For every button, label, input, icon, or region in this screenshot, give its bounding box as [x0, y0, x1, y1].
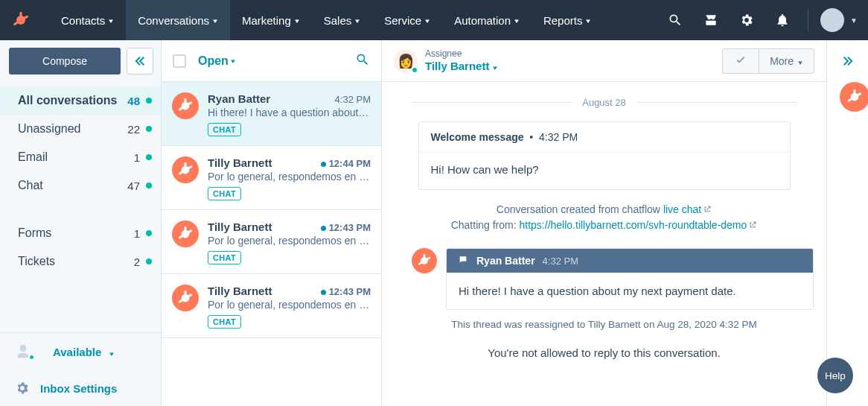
inbox-settings-link[interactable]: Inbox Settings	[0, 370, 161, 406]
expand-rail-button[interactable]	[835, 48, 861, 74]
nav-marketing[interactable]: Marketing	[230, 0, 312, 40]
unread-dot-icon	[146, 230, 152, 236]
chevron-down-icon	[108, 16, 114, 25]
conversation-item[interactable]: Tilly Barnett12:43 PMPor lo general, res…	[162, 210, 381, 274]
contact-avatar-icon	[172, 221, 199, 247]
welcome-message-card: Welcome message • 4:32 PM Hi! How can we…	[418, 121, 791, 190]
sidebar-item-tickets[interactable]: Tickets2	[0, 247, 161, 276]
assignee-field-label: Assignee	[425, 48, 498, 59]
inbox-settings-label: Inbox Settings	[40, 382, 117, 395]
chevron-down-icon	[424, 16, 430, 25]
nav-reports[interactable]: Reports	[532, 0, 603, 40]
contact-avatar-icon	[172, 156, 199, 183]
reassignment-notice: This thread was reassigned to Tilly Barn…	[412, 319, 797, 330]
close-conversation-button[interactable]	[722, 48, 759, 74]
nav-conversations[interactable]: Conversations	[126, 0, 230, 40]
sidebar-item-email[interactable]: Email1	[0, 143, 161, 171]
thread-pane: 👩 Assignee Tilly Barnett More August 28 …	[382, 40, 826, 406]
unread-dot-icon	[146, 98, 152, 104]
sidebar-item-unassigned[interactable]: Unassigned22	[0, 115, 161, 143]
contact-avatar-icon	[172, 92, 199, 119]
contact-avatar-icon	[172, 285, 199, 311]
collapse-sidebar-button[interactable]	[127, 48, 153, 74]
chatflow-link[interactable]: live chat	[663, 203, 701, 215]
more-actions-button[interactable]: More	[759, 48, 814, 74]
conversation-list: Open Ryan Batter4:32 PMHi there! I have …	[162, 40, 382, 406]
external-link-icon	[703, 204, 712, 216]
unread-dot-icon	[146, 154, 152, 160]
unread-dot-icon	[146, 258, 152, 264]
right-rail	[826, 40, 868, 406]
nav-sales[interactable]: Sales	[312, 0, 372, 40]
sidebar-views: All conversations48Unassigned22Email1Cha…	[0, 82, 161, 204]
unread-dot-icon	[146, 183, 152, 188]
conversation-item[interactable]: Tilly Barnett12:43 PMPor lo general, res…	[162, 274, 381, 338]
sidebar-item-forms[interactable]: Forms1	[0, 219, 161, 247]
visitor-avatar-icon	[412, 248, 437, 273]
assignee-avatar: 👩	[394, 49, 418, 73]
visitor-message: Ryan Batter 4:32 PM Hi there! I have a q…	[412, 248, 814, 310]
top-nav: ContactsConversationsMarketingSalesServi…	[0, 0, 868, 40]
nav-contacts[interactable]: Contacts	[49, 0, 126, 40]
conversation-item[interactable]: Tilly Barnett12:44 PMPor lo general, res…	[162, 146, 381, 210]
conversation-item[interactable]: Ryan Batter4:32 PMHi there! I have a que…	[162, 82, 381, 146]
chevron-down-icon	[585, 16, 591, 25]
user-avatar[interactable]	[820, 8, 844, 32]
chat-icon	[457, 255, 469, 267]
select-all-checkbox[interactable]	[173, 54, 186, 68]
channel-badge: CHAT	[208, 123, 241, 136]
chatting-from-line: Chatting from: https://hello.tillybarnet…	[412, 219, 797, 232]
sidebar-item-chat[interactable]: Chat47	[0, 171, 161, 200]
notifications-icon[interactable]	[768, 5, 797, 35]
chevron-down-icon	[294, 16, 300, 25]
unread-dot-icon	[146, 126, 152, 132]
source-url-link[interactable]: https://hello.tillybarnett.com/svh-round…	[520, 219, 747, 231]
search-conversations-icon[interactable]	[355, 52, 370, 70]
channel-badge: CHAT	[208, 315, 241, 329]
help-button[interactable]: Help	[817, 358, 853, 393]
contact-sprocket-icon[interactable]	[840, 82, 868, 112]
search-icon[interactable]	[660, 5, 690, 35]
inbox-sidebar: Compose All conversations48Unassigned22E…	[0, 40, 162, 406]
sidebar-item-all-conversations[interactable]: All conversations48	[0, 86, 161, 115]
settings-icon[interactable]	[732, 5, 762, 35]
reply-restricted-notice: You're not allowed to reply to this conv…	[412, 346, 797, 359]
chevron-down-icon	[514, 16, 520, 25]
availability-toggle[interactable]: Available	[0, 333, 161, 370]
sidebar-views-2: Forms1Tickets2	[0, 215, 161, 280]
nav-service[interactable]: Service	[372, 0, 442, 40]
date-separator: August 28	[412, 97, 797, 108]
external-link-icon	[748, 220, 757, 232]
hubspot-logo[interactable]	[10, 10, 31, 31]
channel-badge: CHAT	[208, 251, 241, 264]
chevron-down-icon	[212, 16, 218, 25]
compose-button[interactable]: Compose	[9, 48, 121, 74]
nav-items: ContactsConversationsMarketingSalesServi…	[49, 0, 603, 40]
nav-automation[interactable]: Automation	[442, 0, 532, 40]
chatflow-source-line: Conversation created from chatflow live …	[412, 203, 797, 216]
account-caret-icon[interactable]: ▼	[850, 16, 858, 25]
status-filter[interactable]: Open	[198, 54, 236, 68]
channel-badge: CHAT	[208, 187, 241, 200]
assignee-picker[interactable]: Tilly Barnett	[425, 60, 498, 73]
chevron-down-icon	[354, 16, 360, 25]
marketplace-icon[interactable]	[696, 5, 726, 35]
availability-label: Available	[53, 346, 101, 358]
